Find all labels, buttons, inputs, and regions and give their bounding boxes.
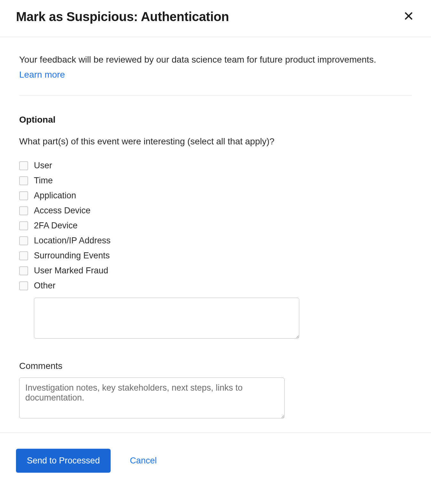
checkbox-label: Location/IP Address	[34, 236, 111, 246]
modal-title: Mark as Suspicious: Authentication	[16, 10, 229, 24]
checkbox-label: 2FA Device	[34, 221, 78, 231]
question-text: What part(s) of this event were interest…	[19, 136, 412, 147]
checkbox-label: Access Device	[34, 206, 90, 216]
modal-footer: Send to Processed Cancel	[0, 432, 431, 492]
close-icon	[404, 11, 414, 21]
modal-body: Your feedback will be reviewed by our da…	[0, 37, 431, 432]
checkbox-label: User Marked Fraud	[34, 266, 108, 276]
checkbox-user[interactable]	[19, 161, 28, 170]
checkbox-row-application[interactable]: Application	[19, 191, 412, 201]
checkbox-label: Application	[34, 191, 76, 201]
checkbox-row-access-device[interactable]: Access Device	[19, 206, 412, 216]
checkbox-list: User Time Application Access Device 2FA …	[19, 161, 412, 339]
checkbox-surrounding-events[interactable]	[19, 251, 28, 260]
comments-section: Comments	[19, 361, 412, 420]
mark-suspicious-modal: Mark as Suspicious: Authentication Your …	[0, 0, 431, 492]
checkbox-row-user-marked-fraud[interactable]: User Marked Fraud	[19, 266, 412, 276]
close-button[interactable]	[402, 10, 415, 22]
checkbox-row-surrounding-events[interactable]: Surrounding Events	[19, 251, 412, 261]
checkbox-label: User	[34, 161, 52, 171]
checkbox-row-2fa-device[interactable]: 2FA Device	[19, 221, 412, 231]
intro-text: Your feedback will be reviewed by our da…	[19, 53, 412, 66]
modal-header: Mark as Suspicious: Authentication	[0, 0, 431, 37]
checkbox-time[interactable]	[19, 176, 28, 185]
checkbox-application[interactable]	[19, 191, 28, 200]
checkbox-location-ip[interactable]	[19, 236, 28, 245]
divider	[19, 95, 412, 95]
checkbox-other[interactable]	[19, 281, 28, 290]
checkbox-row-location-ip[interactable]: Location/IP Address	[19, 236, 412, 246]
checkbox-label: Time	[34, 176, 53, 186]
checkbox-label: Surrounding Events	[34, 251, 110, 261]
comments-label: Comments	[19, 361, 412, 371]
learn-more-link[interactable]: Learn more	[19, 70, 65, 80]
cancel-button[interactable]: Cancel	[130, 456, 157, 466]
checkbox-row-other[interactable]: Other	[19, 281, 412, 291]
send-to-processed-button[interactable]: Send to Processed	[16, 449, 111, 473]
checkbox-user-marked-fraud[interactable]	[19, 266, 28, 275]
checkbox-2fa-device[interactable]	[19, 221, 28, 230]
checkbox-access-device[interactable]	[19, 206, 28, 215]
checkbox-row-user[interactable]: User	[19, 161, 412, 171]
other-textarea[interactable]	[34, 298, 299, 339]
checkbox-label: Other	[34, 281, 56, 291]
comments-textarea[interactable]	[19, 378, 285, 418]
optional-heading: Optional	[19, 115, 412, 125]
checkbox-row-time[interactable]: Time	[19, 176, 412, 186]
